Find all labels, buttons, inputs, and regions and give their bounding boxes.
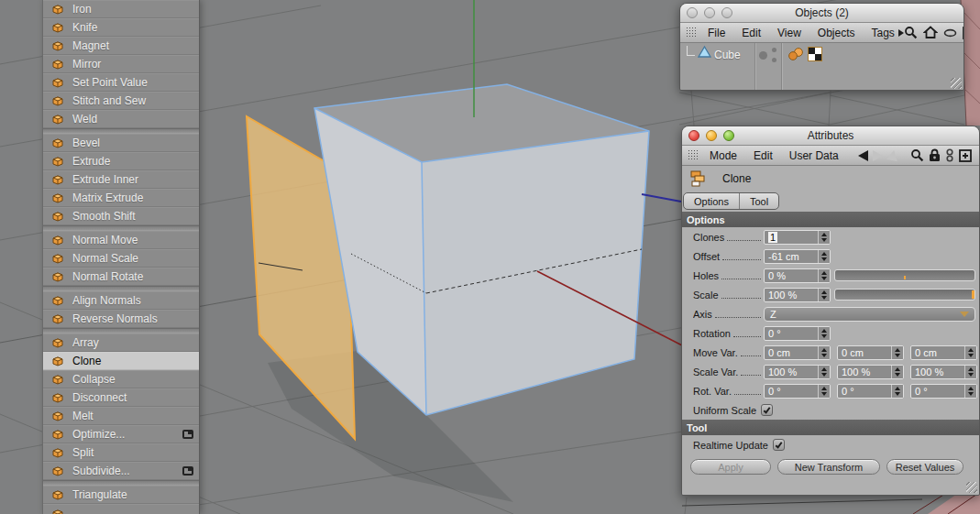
scale-slider[interactable]: [834, 289, 975, 301]
scale-input[interactable]: 100 %: [764, 288, 831, 302]
objects-menu-edit[interactable]: Edit: [733, 27, 769, 39]
menu-item-disconnect[interactable]: Disconnect: [43, 388, 199, 407]
render-visibility-dot-icon[interactable]: [772, 58, 776, 62]
search-icon[interactable]: [910, 148, 924, 162]
stepper[interactable]: [891, 366, 903, 378]
menu-item-magnet[interactable]: Magnet: [43, 37, 199, 55]
move-var-x-input[interactable]: 0 cm: [764, 345, 831, 360]
lock-icon[interactable]: [929, 148, 941, 162]
history-forward-icon[interactable]: [873, 150, 883, 161]
menu-item-normal-move[interactable]: Normal Move: [43, 231, 199, 249]
drag-grip-icon[interactable]: [688, 149, 699, 161]
move-var-z-input[interactable]: 0 cm: [910, 345, 977, 360]
menu-item-align-normals[interactable]: Align Normals: [43, 291, 199, 310]
menu-item-iron[interactable]: Iron: [43, 0, 199, 18]
clones-input[interactable]: 1: [764, 230, 831, 245]
offset-input[interactable]: -61 cm: [764, 249, 831, 264]
resize-grip[interactable]: [951, 78, 962, 89]
holes-slider[interactable]: [834, 269, 975, 281]
menu-item-smooth-shift[interactable]: Smooth Shift: [43, 207, 199, 225]
menu-item-set-point-value[interactable]: Set Point Value: [43, 73, 199, 92]
menu-item-normal-rotate[interactable]: Normal Rotate: [43, 268, 199, 286]
menu-item-weld[interactable]: Weld: [43, 110, 199, 128]
realtime-update-checkbox[interactable]: [773, 439, 785, 451]
object-name[interactable]: Cube: [714, 49, 741, 61]
holes-slider-handle[interactable]: [904, 276, 906, 279]
menu-item-optimize[interactable]: Optimize...: [43, 425, 199, 443]
menu-item-clone[interactable]: Clone: [43, 352, 199, 370]
stepper[interactable]: [964, 346, 976, 359]
objects-titlebar[interactable]: Objects (2): [680, 4, 963, 23]
attributes-titlebar[interactable]: Attributes: [682, 126, 979, 146]
rotation-stepper[interactable]: [818, 327, 830, 340]
attributes-menu-user-data[interactable]: User Data: [781, 149, 847, 162]
add-panel-icon[interactable]: [959, 149, 972, 162]
history-up-icon[interactable]: [886, 149, 899, 161]
scale-slider-handle[interactable]: [972, 290, 974, 299]
menu-item-normal-scale[interactable]: Normal Scale: [43, 249, 199, 268]
objects-menu-file[interactable]: File: [699, 27, 733, 39]
move-var-y-input[interactable]: 0 cm: [837, 345, 904, 360]
new-transform-button[interactable]: New Transform: [777, 459, 880, 475]
objects-menu-objects[interactable]: Objects: [809, 27, 864, 39]
visibility-dot-icon[interactable]: [759, 51, 767, 60]
menu-item-collapse[interactable]: Collapse: [43, 370, 199, 388]
menu-item-melt[interactable]: Melt: [43, 407, 199, 425]
menu-item-extrude[interactable]: Extrude: [43, 152, 199, 170]
menu-item-split[interactable]: Split: [43, 443, 199, 462]
tab-tool[interactable]: Tool: [739, 193, 778, 209]
offset-stepper[interactable]: [818, 250, 830, 263]
scale-var-z-input[interactable]: 100 %: [910, 365, 977, 379]
menu-item-knife[interactable]: Knife: [43, 18, 199, 37]
home-icon[interactable]: [923, 26, 938, 39]
objects-menu-view[interactable]: View: [769, 27, 809, 39]
menu-item-subdivide[interactable]: Subdivide...: [43, 462, 199, 480]
menu-item-mirror[interactable]: Mirror: [43, 55, 199, 73]
add-panel-icon[interactable]: [963, 27, 964, 39]
rotation-input[interactable]: 0 °: [764, 326, 831, 341]
rot-var-y-input[interactable]: 0 °: [837, 384, 904, 399]
link-mode-icon[interactable]: [945, 148, 954, 162]
objects-menu-tags[interactable]: Tags: [864, 27, 898, 39]
clones-value[interactable]: 1: [768, 232, 777, 243]
scale-var-y-input[interactable]: 100 %: [837, 365, 904, 379]
reset-values-button[interactable]: Reset Values: [886, 459, 963, 475]
stepper[interactable]: [818, 366, 830, 378]
menu-item-array[interactable]: Array: [43, 334, 199, 352]
stepper[interactable]: [964, 385, 976, 398]
menu-item-extrude-inner[interactable]: Extrude Inner: [43, 170, 199, 189]
history-back-icon[interactable]: [858, 150, 868, 161]
menu-item-stitch-and-sew[interactable]: Stitch and Sew: [43, 92, 199, 110]
rot-var-z-input[interactable]: 0 °: [910, 384, 977, 399]
stepper[interactable]: [891, 346, 903, 359]
apply-button[interactable]: Apply: [690, 459, 771, 475]
stepper[interactable]: [818, 385, 830, 398]
holes-stepper[interactable]: [818, 269, 830, 282]
phong-tag-icon[interactable]: [787, 47, 805, 62]
search-icon[interactable]: [904, 26, 918, 39]
tab-options[interactable]: Options: [684, 193, 739, 209]
scale-var-x-input[interactable]: 100 %: [764, 365, 831, 379]
menu-item-bevel[interactable]: Bevel: [43, 134, 199, 152]
resize-grip[interactable]: [966, 482, 977, 493]
uniform-scale-checkbox[interactable]: [761, 404, 773, 416]
menu-item-triangulate[interactable]: Triangulate: [43, 486, 199, 504]
editor-visibility-dot-icon[interactable]: [772, 48, 776, 52]
axis-dropdown[interactable]: Z: [764, 307, 975, 322]
object-manager-list[interactable]: Cube: [680, 43, 963, 91]
attributes-menu-mode[interactable]: Mode: [701, 149, 745, 162]
eye-icon[interactable]: [943, 28, 957, 38]
rot-var-x-input[interactable]: 0 °: [764, 384, 831, 399]
stepper[interactable]: [818, 346, 830, 359]
attributes-menu-edit[interactable]: Edit: [745, 149, 781, 162]
clones-stepper[interactable]: [818, 231, 830, 244]
drag-grip-icon[interactable]: [686, 27, 698, 38]
menu-item-clipped[interactable]: [43, 504, 199, 514]
menu-item-matrix-extrude[interactable]: Matrix Extrude: [43, 189, 199, 207]
scale-stepper[interactable]: [818, 289, 830, 301]
stepper[interactable]: [891, 385, 903, 398]
texture-tag-icon[interactable]: [808, 47, 822, 61]
stepper[interactable]: [964, 366, 976, 378]
holes-input[interactable]: 0 %: [764, 268, 831, 283]
menu-item-reverse-normals[interactable]: Reverse Normals: [43, 310, 199, 328]
